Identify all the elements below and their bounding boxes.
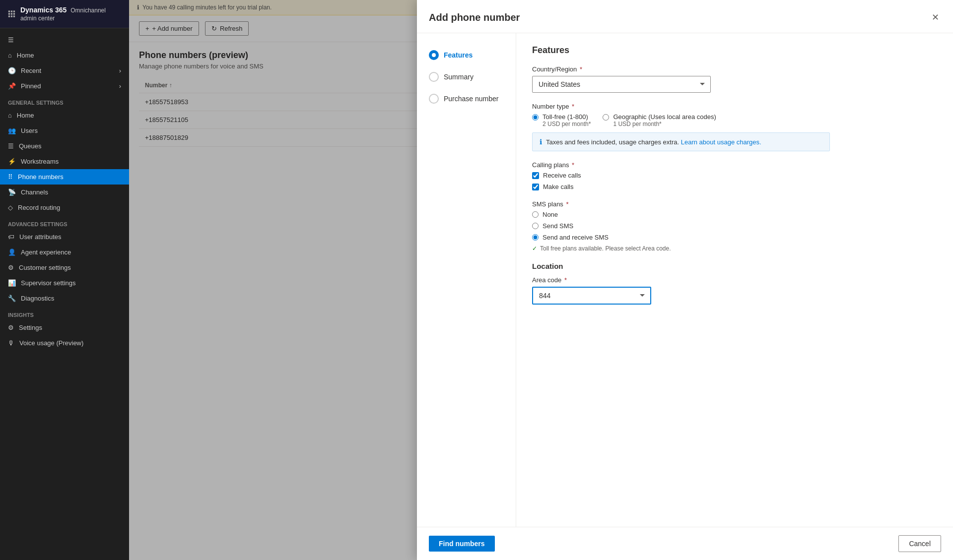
sidebar-item-voice-usage[interactable]: 🎙 Voice usage (Preview) <box>0 335 129 351</box>
country-select[interactable]: United States Canada United Kingdom <box>532 76 711 93</box>
country-form-group: Country/Region * United States Canada Un… <box>532 65 937 93</box>
find-numbers-button[interactable]: Find numbers <box>429 536 495 552</box>
voice-icon: 🎙 <box>8 339 14 347</box>
cancel-button[interactable]: Cancel <box>898 535 941 552</box>
usage-charges-link[interactable]: Learn about usage charges. <box>681 138 761 146</box>
apps-icon <box>8 9 15 18</box>
toll-free-label: Toll-free (1-800) <box>543 113 591 121</box>
step-circle-purchase <box>429 94 439 104</box>
pin-icon: 📌 <box>8 82 16 90</box>
sidebar-item-label: Record routing <box>18 204 60 211</box>
sidebar-item-agent-experience[interactable]: 👤 Agent experience <box>0 245 129 260</box>
step-purchase-number[interactable]: Purchase number <box>425 89 508 109</box>
sms-send-receive-radio[interactable] <box>532 234 539 241</box>
checkbox-make-calls[interactable]: Make calls <box>532 183 937 190</box>
calling-plans-checkboxes: Receive calls Make calls <box>532 172 937 190</box>
sidebar-item-label: Pinned <box>21 82 41 90</box>
recent-icon: 🕒 <box>8 67 16 74</box>
panel-footer: Find numbers Cancel <box>417 527 953 560</box>
users-icon: 👥 <box>8 127 16 134</box>
sidebar-item-home[interactable]: ⌂ Home <box>0 48 129 63</box>
geographic-label: Geographic (Uses local area codes) <box>613 113 716 121</box>
sidebar-item-label: Supervisor settings <box>21 279 76 287</box>
find-numbers-label: Find numbers <box>439 540 485 548</box>
receive-calls-checkbox[interactable] <box>532 172 539 179</box>
channels-icon: 📡 <box>8 188 16 196</box>
sms-radio-group: None Send SMS Send and receive SMS <box>532 211 937 241</box>
queues-icon: ☰ <box>8 142 14 150</box>
sidebar-item-recent[interactable]: 🕒 Recent › <box>0 63 129 78</box>
sidebar-item-user-attributes[interactable]: 🏷 User attributes <box>0 229 129 245</box>
receive-calls-label: Receive calls <box>543 172 581 179</box>
sms-send-receive-option[interactable]: Send and receive SMS <box>532 234 937 241</box>
step-label-summary: Summary <box>444 73 474 81</box>
info-circle-icon: ℹ <box>540 138 542 146</box>
panel-title: Add phone number <box>429 12 520 23</box>
sidebar-item-record-routing[interactable]: ◇ Record routing <box>0 200 129 215</box>
menu-icon: ☰ <box>8 36 14 44</box>
sidebar-item-users[interactable]: 👥 Users <box>0 123 129 138</box>
form-panel: Features Country/Region * United States … <box>516 33 953 527</box>
sms-none-radio[interactable] <box>532 211 539 218</box>
diagnostics-icon: 🔧 <box>8 295 16 302</box>
make-calls-checkbox[interactable] <box>532 184 539 190</box>
checkbox-receive-calls[interactable]: Receive calls <box>532 172 937 179</box>
radio-geographic[interactable]: Geographic (Uses local area codes) 1 USD… <box>603 113 716 127</box>
advanced-settings-section: Advanced settings <box>0 215 129 229</box>
usage-charges-info: ℹ Taxes and fees included, usage charges… <box>532 132 830 151</box>
toll-free-radio[interactable] <box>532 114 539 121</box>
panel-header: Add phone number ✕ <box>417 0 953 33</box>
sms-send-radio[interactable] <box>532 223 539 229</box>
sidebar: Dynamics 365 Omnichannel admin center ☰ … <box>0 0 129 560</box>
sidebar-item-label: Home <box>17 52 34 59</box>
sidebar-item-label: Home <box>17 112 34 119</box>
sidebar-item-menu[interactable]: ☰ <box>0 32 129 48</box>
sidebar-item-label: Queues <box>19 142 42 150</box>
step-label-purchase: Purchase number <box>444 95 499 103</box>
sidebar-item-phone-numbers[interactable]: ⠿ Phone numbers <box>0 169 129 185</box>
geographic-radio[interactable] <box>603 114 609 121</box>
number-type-form-group: Number type * Toll-free (1-800) 2 USD pe… <box>532 103 937 151</box>
sidebar-item-queues[interactable]: ☰ Queues <box>0 138 129 154</box>
sidebar-item-label: Agent experience <box>21 249 71 256</box>
step-label-features: Features <box>444 51 473 59</box>
sidebar-item-insights-settings[interactable]: ⚙ Settings <box>0 320 129 335</box>
home-icon: ⌂ <box>8 52 12 59</box>
sms-send-label: Send SMS <box>543 222 573 230</box>
general-settings-section: General settings <box>0 94 129 108</box>
sidebar-item-customer-settings[interactable]: ⚙ Customer settings <box>0 260 129 275</box>
sidebar-item-diagnostics[interactable]: 🔧 Diagnostics <box>0 291 129 306</box>
sidebar-item-supervisor-settings[interactable]: 📊 Supervisor settings <box>0 275 129 291</box>
sms-plans-form-group: SMS plans * None Send SMS Send and recei… <box>532 200 937 252</box>
number-type-radio-group: Toll-free (1-800) 2 USD per month* Geogr… <box>532 113 937 127</box>
sidebar-item-pinned[interactable]: 📌 Pinned › <box>0 78 129 94</box>
step-features[interactable]: Features <box>425 45 508 65</box>
supervisor-icon: 📊 <box>8 279 16 287</box>
step-circle-features <box>429 50 439 60</box>
chevron-down-icon: › <box>119 67 121 74</box>
calling-plans-form-group: Calling plans * Receive calls Make calls <box>532 161 937 190</box>
svg-rect-1 <box>11 10 12 12</box>
home-icon: ⌂ <box>8 112 12 119</box>
svg-rect-2 <box>13 10 15 12</box>
svg-rect-5 <box>13 13 15 14</box>
toll-free-sub: 2 USD per month* <box>543 121 591 127</box>
customer-icon: ⚙ <box>8 264 14 271</box>
sidebar-item-channels[interactable]: 📡 Channels <box>0 185 129 200</box>
sidebar-item-label: Customer settings <box>19 264 71 271</box>
steps-panel: Features Summary Purchase number <box>417 33 516 527</box>
sidebar-item-home2[interactable]: ⌂ Home <box>0 108 129 123</box>
sms-send-option[interactable]: Send SMS <box>532 222 937 230</box>
sidebar-item-workstreams[interactable]: ⚡ Workstreams <box>0 154 129 169</box>
routing-icon: ◇ <box>8 204 13 211</box>
sidebar-item-label: Diagnostics <box>21 295 54 302</box>
area-code-select[interactable]: 844 800 833 855 866 877 888 <box>532 287 651 305</box>
number-type-required: * <box>572 103 574 110</box>
close-panel-button[interactable]: ✕ <box>930 10 941 25</box>
add-phone-number-panel: Add phone number ✕ Features Summary Purc… <box>417 0 953 560</box>
step-summary[interactable]: Summary <box>425 67 508 87</box>
radio-toll-free[interactable]: Toll-free (1-800) 2 USD per month* <box>532 113 591 127</box>
user-attr-icon: 🏷 <box>8 233 14 241</box>
svg-rect-4 <box>11 13 12 14</box>
sms-none-option[interactable]: None <box>532 211 937 218</box>
